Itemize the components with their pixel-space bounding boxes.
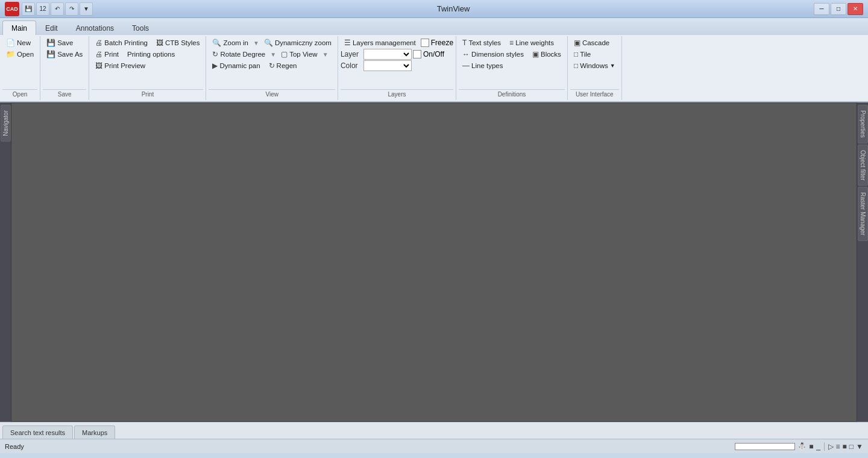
printing-options-button[interactable]: Printing options: [124, 49, 178, 59]
regen-icon: ↻: [269, 61, 275, 70]
onoff-label: On/Off: [423, 50, 444, 58]
qa-btn-undo[interactable]: ↶: [51, 2, 64, 16]
top-view-icon: ▢: [281, 50, 288, 58]
ribbon-group-layers: ☰ Layers management Freeze Layer On/Off: [338, 36, 456, 100]
qa-btn-1[interactable]: 💾: [22, 2, 35, 16]
qa-btn-redo[interactable]: ↷: [65, 2, 78, 16]
dimstyles-blocks-row: ↔ Dimension styles ▣ Blocks: [459, 49, 565, 60]
snap-mode-icon[interactable]: ▷: [828, 442, 834, 451]
object-filter-tab[interactable]: Object filter: [858, 145, 868, 186]
open-button[interactable]: 📁 Open: [2, 49, 37, 60]
dynamic-pan-button[interactable]: ▶ Dynamic pan: [209, 60, 263, 71]
pan-icon: ▶: [212, 61, 218, 70]
blocks-button[interactable]: ▣ Blocks: [529, 49, 565, 60]
layers-management-button[interactable]: ☰ Layers management: [341, 37, 420, 48]
layer-status-icon[interactable]: □: [849, 442, 854, 451]
properties-tab[interactable]: Properties: [858, 105, 868, 143]
dynamic-zoom-button[interactable]: 🔍 Dynamiczny zoom: [260, 37, 335, 48]
onoff-checkbox[interactable]: [413, 50, 421, 58]
app-title: TwinView: [437, 4, 470, 13]
layer-label: Layer: [341, 50, 362, 58]
navigator-tab[interactable]: Navigator: [1, 105, 11, 142]
open-buttons: 📄 New 📁 Open: [2, 37, 37, 89]
save-group-label: Save: [43, 89, 86, 99]
color-status-icon[interactable]: ■: [843, 442, 847, 451]
tab-annotations[interactable]: Annotations: [67, 20, 123, 35]
canvas-area[interactable]: [11, 102, 857, 422]
titlebar-left: CAD 💾 12 ↶ ↷ ▼: [5, 2, 93, 16]
window-controls: ─ □ ✕: [814, 3, 863, 15]
pan-regen-row: ▶ Dynamic pan ↻ Regen: [209, 60, 335, 71]
print-options-row: 🖨 Print Printing options: [92, 49, 203, 60]
regen-button[interactable]: ↻ Regen: [265, 60, 301, 71]
line-types-button[interactable]: — Line types: [459, 60, 506, 71]
save-as-row: 💾 Save As: [43, 49, 86, 60]
ribbon-group-view: 🔍 Zoom in ▼ 🔍 Dynamiczny zoom ↻ Rotate D…: [206, 36, 338, 100]
ribbon: Main Edit Annotations Tools 📄 New: [0, 18, 868, 102]
text-styles-button[interactable]: T Text styles: [459, 37, 505, 48]
close-button[interactable]: ✕: [848, 3, 863, 15]
ribbon-content: 📄 New 📁 Open Open 💾 S: [0, 35, 868, 101]
zoom-dropdown[interactable]: ▼: [253, 40, 259, 46]
ribbon-group-print: 🖨 Batch Printing 🖼 CTB Styles 🖨 Print Pr…: [89, 36, 206, 100]
dimension-styles-button[interactable]: ↔ Dimension styles: [459, 49, 527, 60]
freeze-label: Freeze: [431, 39, 453, 47]
batch-printing-button[interactable]: 🖨 Batch Printing: [92, 37, 151, 48]
windows-button[interactable]: □ Windows ▼: [570, 60, 619, 71]
batch-print-icon: 🖨: [95, 39, 102, 47]
snap-icon[interactable]: ⛄: [797, 442, 807, 451]
tile-button[interactable]: □ Tile: [570, 49, 594, 60]
zoom-in-icon: 🔍: [212, 39, 221, 47]
tile-icon: □: [574, 50, 578, 58]
print-button[interactable]: 🖨 Print: [92, 49, 122, 60]
save-button[interactable]: 💾 Save: [43, 37, 77, 48]
definitions-group-label: Definitions: [459, 89, 565, 99]
markups-tab[interactable]: Markups: [74, 425, 115, 439]
open-row: 📁 Open: [2, 49, 37, 60]
status-progress-bar: [735, 443, 795, 450]
status-dropdown[interactable]: ▼: [856, 442, 863, 451]
new-row: 📄 New: [2, 37, 37, 48]
freeze-checkbox[interactable]: [421, 39, 429, 47]
new-button[interactable]: 📄 New: [2, 37, 34, 48]
rotate-degree-button[interactable]: ↻ Rotate Degree: [209, 49, 269, 60]
rotate-dropdown[interactable]: ▼: [270, 51, 276, 58]
ui-buttons: ▣ Cascade □ Tile □ Windows ▼: [570, 37, 619, 89]
ctb-styles-button[interactable]: 🖼 CTB Styles: [153, 37, 204, 48]
topview-dropdown[interactable]: ▼: [322, 51, 329, 58]
main-area: Navigator Properties Object filter Raste…: [0, 102, 868, 422]
left-panel: Navigator: [0, 102, 11, 422]
cascade-icon: ▣: [574, 39, 580, 47]
track-icon[interactable]: ≡: [836, 442, 840, 451]
rotate-row: ↻ Rotate Degree ▼ ▢ Top View ▼: [209, 49, 335, 60]
blocks-icon: ▣: [532, 50, 539, 58]
print-group-label: Print: [92, 89, 203, 99]
layer-select[interactable]: [363, 49, 412, 60]
minimize-button[interactable]: ─: [814, 3, 829, 15]
save-icon: 💾: [46, 39, 55, 47]
cascade-row: ▣ Cascade: [570, 37, 619, 48]
windows-row: □ Windows ▼: [570, 60, 619, 71]
save-as-button[interactable]: 💾 Save As: [43, 49, 86, 60]
statusbar: Ready ⛄ ■ ⎯ ▷ ≡ ■ □ ▼: [0, 439, 868, 453]
top-view-button[interactable]: ▢ Top View: [277, 49, 321, 60]
tab-tools[interactable]: Tools: [123, 20, 158, 35]
cascade-button[interactable]: ▣ Cascade: [570, 37, 613, 48]
status-right: ⛄ ■ ⎯ ▷ ≡ ■ □ ▼: [735, 442, 863, 451]
tab-main[interactable]: Main: [2, 20, 36, 35]
color-select[interactable]: [363, 60, 412, 71]
ortho-icon[interactable]: ⎯: [816, 442, 820, 451]
open-icon: 📁: [6, 50, 15, 58]
search-tab[interactable]: Search text results: [2, 425, 73, 439]
raster-manager-tab[interactable]: Raster Manager: [858, 187, 868, 241]
layer-select-row: Layer On/Off: [341, 49, 453, 60]
qa-btn-2[interactable]: 12: [36, 2, 49, 16]
tab-edit[interactable]: Edit: [36, 20, 67, 35]
print-preview-button[interactable]: 🖼 Print Preview: [92, 60, 149, 71]
restore-button[interactable]: □: [831, 3, 846, 15]
qa-btn-dropdown[interactable]: ▼: [80, 2, 93, 16]
zoom-in-button[interactable]: 🔍 Zoom in: [209, 37, 252, 48]
grid-icon[interactable]: ■: [809, 442, 813, 451]
line-weights-button[interactable]: ≡ Line weights: [506, 37, 558, 48]
ribbon-group-open: 📄 New 📁 Open Open: [0, 36, 40, 100]
